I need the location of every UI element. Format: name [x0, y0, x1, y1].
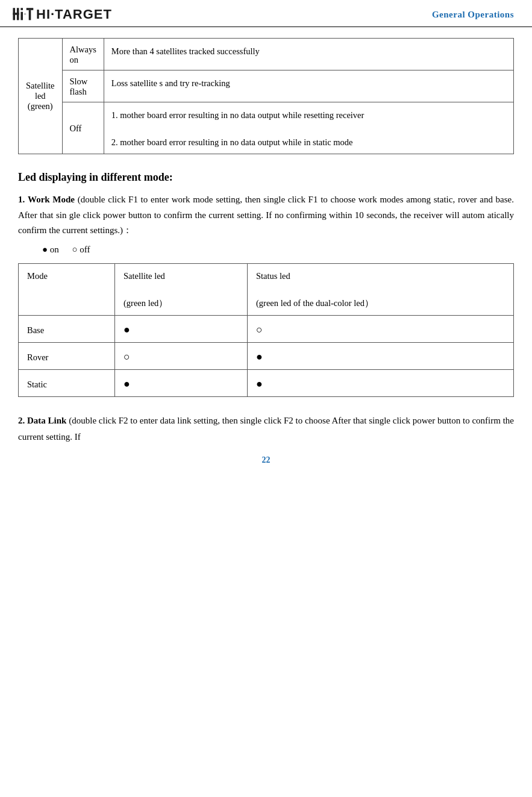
mode-off: Off	[62, 102, 104, 154]
header-title: General Operations	[432, 10, 514, 20]
mode-table-header: Mode Satellite led(green led） Status led…	[19, 263, 514, 315]
table-row-off: Off 1. mother board error resulting in n…	[19, 102, 514, 154]
data-link-paragraph: 2. Data Link (double click F2 to enter d…	[18, 413, 514, 445]
logo: HI·TARGET	[12, 6, 112, 23]
svg-rect-4	[20, 12, 23, 20]
mode-table: Mode Satellite led(green led） Status led…	[18, 263, 514, 397]
data-link-label: Data Link	[27, 416, 66, 425]
work-mode-number: 1.	[18, 195, 25, 204]
mode-rover-label: Rover	[19, 343, 115, 370]
desc-off: 1. mother board error resulting in no da…	[104, 102, 513, 154]
section-heading: Led displaying in different mode:	[18, 171, 514, 184]
svg-point-5	[24, 13, 27, 15]
satellite-led-label: Satellite led(green)	[19, 39, 63, 154]
logo-text: HI·TARGET	[36, 7, 112, 22]
work-mode-paragraph: 1. Work Mode (double click F1 to enter w…	[18, 192, 514, 239]
mode-rover-status: ●	[248, 343, 514, 370]
data-link-number: 2.	[18, 416, 25, 425]
svg-rect-6	[27, 8, 34, 10]
mode-always-on: Always on	[62, 39, 104, 70]
mode-static-status: ●	[248, 370, 514, 397]
table-row-slow-flash: Slow flash Loss satellite s and try re-t…	[19, 70, 514, 102]
svg-rect-3	[20, 8, 23, 10]
mode-slow-flash: Slow flash	[62, 70, 104, 102]
desc-slow-flash: Loss satellite s and try re-tracking	[104, 70, 513, 102]
mode-base-sat: ●	[115, 316, 248, 343]
col-sat-header: Satellite led(green led）	[115, 263, 248, 315]
bullet-off: ○ off	[72, 245, 90, 255]
svg-rect-7	[29, 10, 31, 20]
mode-static-label: Static	[19, 370, 115, 397]
mode-row-static: Static ● ●	[19, 370, 514, 397]
col-status-header: Status led(green led of the dual-color l…	[248, 263, 514, 315]
data-link-text: (double click F2 to enter data link sett…	[18, 416, 514, 441]
mode-row-rover: Rover ○ ●	[19, 343, 514, 370]
table-row-always-on: Satellite led(green) Always on More than…	[19, 39, 514, 70]
page-number: 22	[18, 455, 514, 465]
logo-icon	[12, 6, 34, 23]
work-mode-label: Work Mode	[28, 195, 75, 204]
desc-always-on: More than 4 satellites tracked successfu…	[104, 39, 513, 70]
mode-base-label: Base	[19, 316, 115, 343]
mode-base-status: ○	[248, 316, 514, 343]
bullet-list: ● on ○ off	[42, 245, 514, 255]
bullet-on: ● on	[42, 245, 59, 255]
main-content: Satellite led(green) Always on More than…	[0, 38, 532, 477]
mode-static-sat: ●	[115, 370, 248, 397]
work-mode-text: (double click F1 to enter work mode sett…	[18, 195, 514, 235]
svg-rect-2	[17, 8, 19, 20]
col-mode-header: Mode	[19, 263, 115, 315]
mode-row-base: Base ● ○	[19, 316, 514, 343]
mode-rover-sat: ○	[115, 343, 248, 370]
satellite-led-table: Satellite led(green) Always on More than…	[18, 38, 514, 154]
page-header: HI·TARGET General Operations	[0, 0, 532, 27]
